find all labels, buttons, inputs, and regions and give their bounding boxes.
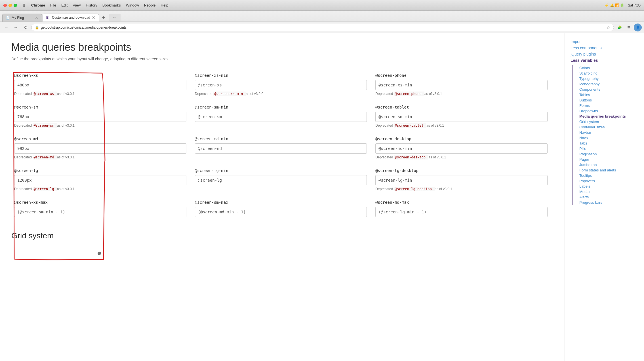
bp-label: @screen-md-max bbox=[375, 200, 548, 205]
dep-since: as of v3.0.1 bbox=[57, 124, 75, 128]
bp-input[interactable] bbox=[375, 207, 548, 217]
dep-since: as of v3.2.0 bbox=[246, 92, 263, 96]
grid-system-title: Grid system bbox=[11, 231, 553, 240]
sidebar-sub-buttons[interactable]: Buttons bbox=[575, 97, 638, 103]
dep-since: as of v3.0.1 bbox=[57, 155, 75, 159]
dep-var: @screen-md bbox=[33, 155, 57, 160]
tab-title-blog: My Blog bbox=[12, 16, 33, 20]
sidebar-sub-scaffolding[interactable]: Scaffolding bbox=[575, 71, 638, 76]
menu-file[interactable]: File bbox=[50, 3, 56, 7]
sidebar-sub-jumbotron[interactable]: Jumbotron bbox=[575, 162, 638, 167]
sidebar-sub-progress-bars[interactable]: Progress bars bbox=[575, 200, 638, 205]
address-bar[interactable]: 🔒 getbootstrap.com/customize/#media-quer… bbox=[31, 24, 614, 31]
sidebar-sub-pagination[interactable]: Pagination bbox=[575, 151, 638, 157]
sidebar-link-less-variables[interactable]: Less variables bbox=[571, 57, 638, 63]
tab-close-bootstrap[interactable]: ✕ bbox=[92, 15, 95, 20]
sidebar-sub-grid-system[interactable]: Grid system bbox=[575, 119, 638, 124]
sidebar-sub-form-states[interactable]: Form states and alerts bbox=[575, 167, 638, 173]
menu-help[interactable]: Help bbox=[161, 3, 169, 7]
new-tab-button[interactable]: + bbox=[100, 14, 108, 22]
sidebar-top-links: Import Less components jQuery plugins Le… bbox=[571, 39, 638, 63]
bp-label: @screen-md-min bbox=[195, 137, 367, 141]
bp-input[interactable] bbox=[195, 112, 367, 122]
close-button[interactable] bbox=[3, 4, 7, 7]
bp-screen-sm: @screen-sm Deprecated @screen-sm as of v… bbox=[11, 101, 192, 133]
apple-menu[interactable]:  bbox=[23, 3, 25, 8]
extensions-button[interactable]: 🧩 bbox=[616, 24, 624, 31]
bp-input[interactable] bbox=[195, 143, 367, 154]
sidebar-sub-alerts[interactable]: Alerts bbox=[575, 194, 638, 200]
bp-input[interactable] bbox=[375, 112, 548, 122]
maximize-button[interactable] bbox=[14, 4, 17, 7]
bp-input[interactable] bbox=[14, 112, 186, 122]
bp-deprecated: Deprecated @screen-sm as of v3.0.1 bbox=[14, 124, 186, 128]
sidebar-sub-pills[interactable]: Pills bbox=[575, 146, 638, 151]
sidebar-sub-colors[interactable]: Colors bbox=[575, 65, 638, 71]
tab-title-bootstrap: Customize and download bbox=[52, 16, 90, 20]
sidebar-sub-pager[interactable]: Pager bbox=[575, 157, 638, 162]
sidebar-sub-tabs[interactable]: Tabs bbox=[575, 141, 638, 146]
bookmark-star[interactable]: ☆ bbox=[607, 25, 610, 30]
browser-menu-button[interactable]: ≡ bbox=[625, 25, 632, 30]
bp-screen-lg: @screen-lg Deprecated @screen-lg as of v… bbox=[11, 165, 192, 197]
dep-var: @screen-lg bbox=[33, 187, 57, 191]
bp-input[interactable] bbox=[375, 143, 548, 154]
deprecated-label: Deprecated bbox=[375, 124, 393, 128]
page-title: Media queries breakpoints bbox=[11, 41, 553, 53]
back-button[interactable]: ← bbox=[2, 24, 10, 31]
sidebar-sub-media-queries[interactable]: Media queries breakpoints bbox=[575, 114, 638, 119]
bp-input[interactable] bbox=[14, 143, 186, 154]
menu-people[interactable]: People bbox=[144, 3, 155, 7]
tab-extra[interactable]: ⋯ bbox=[109, 14, 121, 22]
sidebar-sub-labels[interactable]: Labels bbox=[575, 184, 638, 189]
sidebar-sub-modals[interactable]: Modals bbox=[575, 189, 638, 194]
sidebar-sub-tables[interactable]: Tables bbox=[575, 92, 638, 97]
forward-button[interactable]: → bbox=[12, 24, 20, 31]
sidebar-sub-forms[interactable]: Forms bbox=[575, 103, 638, 108]
menu-view[interactable]: View bbox=[73, 3, 81, 7]
bp-label: @screen-sm-max bbox=[195, 200, 367, 205]
sidebar-sub-popovers[interactable]: Popovers bbox=[575, 178, 638, 184]
bp-input[interactable] bbox=[195, 175, 367, 185]
bp-input[interactable] bbox=[195, 80, 367, 90]
user-avatar[interactable]: 👤 bbox=[634, 24, 642, 31]
sidebar-link-less-components[interactable]: Less components bbox=[571, 45, 638, 51]
sidebar-link-import[interactable]: Import bbox=[571, 39, 638, 45]
menu-bookmarks[interactable]: Bookmarks bbox=[102, 3, 121, 7]
sidebar-sub-dropdowns[interactable]: Dropdowns bbox=[575, 108, 638, 114]
refresh-button[interactable]: ↻ bbox=[22, 24, 30, 31]
dep-since: as of v3.0.1 bbox=[426, 124, 444, 128]
tab-my-blog[interactable]: 📄 My Blog ✕ bbox=[2, 14, 42, 22]
menu-window[interactable]: Window bbox=[126, 3, 139, 7]
sidebar-sub-container-sizes[interactable]: Container sizes bbox=[575, 124, 638, 130]
sidebar: Import Less components jQuery plugins Le… bbox=[565, 33, 644, 361]
dep-since: as of v3.0.1 bbox=[57, 92, 75, 96]
menu-chrome[interactable]: Chrome bbox=[31, 3, 45, 7]
sidebar-link-jquery-plugins[interactable]: jQuery plugins bbox=[571, 51, 638, 57]
tab-customize[interactable]: B Customize and download ✕ bbox=[43, 14, 99, 22]
bp-input[interactable] bbox=[195, 207, 367, 217]
bp-deprecated: Deprecated @screen-desktop as of v3.0.1 bbox=[375, 155, 548, 159]
minimize-button[interactable] bbox=[9, 4, 12, 7]
bp-label: @screen-xs bbox=[14, 73, 186, 78]
tab-close-blog[interactable]: ✕ bbox=[35, 16, 38, 20]
sidebar-sub-iconography[interactable]: Iconography bbox=[575, 81, 638, 87]
bp-input[interactable] bbox=[375, 80, 548, 90]
sidebar-sub-typography[interactable]: Typography bbox=[575, 76, 638, 81]
menu-history[interactable]: History bbox=[86, 3, 97, 7]
tab-favicon-blog: 📄 bbox=[6, 16, 10, 20]
sidebar-sub-navbar[interactable]: Navbar bbox=[575, 130, 638, 135]
bp-screen-xs-max: @screen-xs-max bbox=[11, 197, 192, 223]
bp-input[interactable] bbox=[14, 207, 186, 217]
content-area: Media queries breakpoints Define the bre… bbox=[0, 33, 565, 361]
sidebar-sub-components[interactable]: Components bbox=[575, 87, 638, 92]
bp-input[interactable] bbox=[14, 175, 186, 185]
bp-input[interactable] bbox=[14, 80, 186, 90]
sidebar-sub-tooltips[interactable]: Tooltips bbox=[575, 173, 638, 178]
menu-edit[interactable]: Edit bbox=[61, 3, 68, 7]
sidebar-sub-navs[interactable]: Navs bbox=[575, 135, 638, 141]
dep-since: as of v3.0.1 bbox=[428, 155, 446, 159]
bp-input[interactable] bbox=[375, 175, 548, 185]
bp-label: @screen-tablet bbox=[375, 105, 548, 109]
traffic-lights[interactable] bbox=[3, 4, 17, 7]
